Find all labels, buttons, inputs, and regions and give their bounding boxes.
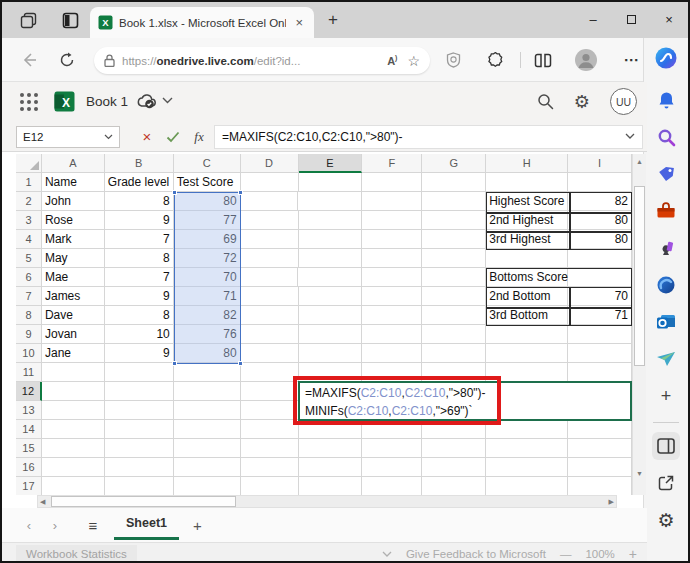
cell-F9[interactable] [362, 325, 422, 344]
scroll-down-icon[interactable]: ▼ [636, 470, 643, 477]
cell-F2[interactable] [362, 192, 422, 211]
cell-E7[interactable] [299, 287, 363, 306]
cell-I14[interactable] [568, 420, 632, 439]
cell-A9[interactable]: Jovan [42, 325, 105, 344]
cell-I6[interactable] [568, 268, 632, 287]
cell-H8[interactable]: 3rd Bottom [486, 306, 568, 325]
cell-G6[interactable] [422, 268, 486, 287]
scroll-left-icon[interactable]: ◀ [40, 498, 45, 506]
cell-E17[interactable] [299, 477, 363, 495]
row-header-14[interactable]: 14 [16, 420, 42, 439]
cell-C15[interactable] [174, 439, 241, 458]
insert-function-icon[interactable]: fx [186, 126, 212, 148]
cell-I1[interactable] [568, 173, 632, 192]
browser-essentials-icon[interactable] [440, 48, 466, 72]
col-header-D[interactable]: D [241, 154, 299, 173]
cell-F10[interactable] [362, 344, 422, 363]
cell-E5[interactable] [299, 249, 363, 268]
cell-E4[interactable] [299, 230, 363, 249]
cancel-entry-icon[interactable]: × [134, 126, 160, 148]
cell-D16[interactable] [241, 458, 299, 477]
cell-C7[interactable]: 71 [174, 287, 241, 306]
cell-A3[interactable]: Rose [42, 211, 105, 230]
cell-G10[interactable] [422, 344, 486, 363]
cell-H7[interactable]: 2nd Bottom [486, 287, 568, 306]
cell-C12[interactable] [174, 382, 241, 401]
sidebar-panel-icon[interactable] [652, 432, 680, 460]
cell-H15[interactable] [486, 439, 568, 458]
cell-H16[interactable] [486, 458, 568, 477]
cell-B16[interactable] [105, 458, 174, 477]
cell-D14[interactable] [241, 420, 299, 439]
cell-F8[interactable] [362, 306, 422, 325]
cell-I15[interactable] [568, 439, 632, 458]
row-header-13[interactable]: 13 [16, 401, 42, 420]
cell-E12[interactable] [299, 382, 363, 401]
col-header-E[interactable]: E [299, 154, 363, 173]
cell-E3[interactable] [299, 211, 363, 230]
cell-C13[interactable] [174, 401, 241, 420]
cell-F15[interactable] [362, 439, 422, 458]
microsoft365-icon[interactable] [652, 271, 680, 299]
workspaces-icon[interactable] [16, 9, 40, 31]
cell-C8[interactable]: 82 [174, 306, 241, 325]
cell-C14[interactable] [174, 420, 241, 439]
extensions-icon[interactable] [482, 48, 508, 72]
cell-C10[interactable]: 80 [174, 344, 241, 363]
cell-G13[interactable] [422, 401, 486, 420]
cell-H14[interactable] [486, 420, 568, 439]
split-screen-icon[interactable] [530, 48, 556, 72]
cell-I7[interactable]: 70 [568, 287, 632, 306]
cell-G5[interactable] [422, 249, 486, 268]
cell-B17[interactable] [105, 477, 174, 495]
scroll-up-icon[interactable]: ▲ [636, 158, 643, 165]
cell-B8[interactable]: 8 [105, 306, 174, 325]
cell-A1[interactable]: Name [42, 173, 105, 192]
name-box[interactable]: E12 [16, 126, 120, 148]
new-tab-button[interactable]: + [328, 10, 338, 30]
cell-E13[interactable] [299, 401, 363, 420]
row-header-15[interactable]: 15 [16, 439, 42, 458]
row-header-7[interactable]: 7 [16, 287, 42, 306]
cell-E9[interactable] [299, 325, 363, 344]
row-header-4[interactable]: 4 [16, 230, 42, 249]
cell-I12[interactable] [568, 382, 632, 401]
col-header-I[interactable]: I [568, 154, 632, 173]
cell-B7[interactable]: 9 [105, 287, 174, 306]
cell-I2[interactable]: 82 [568, 192, 632, 211]
cell-A15[interactable] [42, 439, 105, 458]
row-header-1[interactable]: 1 [16, 173, 42, 192]
cell-A12[interactable] [42, 382, 105, 401]
zoom-level[interactable]: 100% [585, 548, 614, 560]
excel-logo-icon[interactable]: X [54, 91, 75, 112]
cell-A4[interactable]: Mark [42, 230, 105, 249]
cell-I10[interactable] [568, 344, 632, 363]
cell-A2[interactable]: John [42, 192, 105, 211]
back-icon[interactable] [16, 48, 42, 72]
cell-G8[interactable] [422, 306, 486, 325]
cell-H11[interactable] [486, 363, 568, 382]
cell-G14[interactable] [422, 420, 486, 439]
cell-B3[interactable]: 9 [105, 211, 174, 230]
cell-H17[interactable] [486, 477, 568, 495]
cell-F11[interactable] [362, 363, 422, 382]
cell-E8[interactable] [299, 306, 363, 325]
cell-H3[interactable]: 2nd Highest [486, 211, 568, 230]
minimize-button[interactable]: – [578, 8, 608, 32]
col-header-B[interactable]: B [105, 154, 174, 173]
all-sheets-menu-icon[interactable]: ≡ [80, 517, 106, 534]
cell-B12[interactable] [105, 382, 174, 401]
browser-tab[interactable]: X Book 1.xlsx - Microsoft Excel Onl × [90, 7, 314, 38]
close-button[interactable]: × [654, 8, 684, 32]
cell-D10[interactable] [241, 344, 299, 363]
cell-A17[interactable] [42, 477, 105, 495]
cell-D4[interactable] [241, 230, 299, 249]
cell-H2[interactable]: Highest Score [486, 192, 568, 211]
cell-F12[interactable] [362, 382, 422, 401]
cell-G15[interactable] [422, 439, 486, 458]
cell-A5[interactable]: May [42, 249, 105, 268]
cell-G2[interactable] [422, 192, 486, 211]
cell-E10[interactable] [299, 344, 363, 363]
cell-I13[interactable] [568, 401, 632, 420]
cell-D9[interactable] [241, 325, 299, 344]
